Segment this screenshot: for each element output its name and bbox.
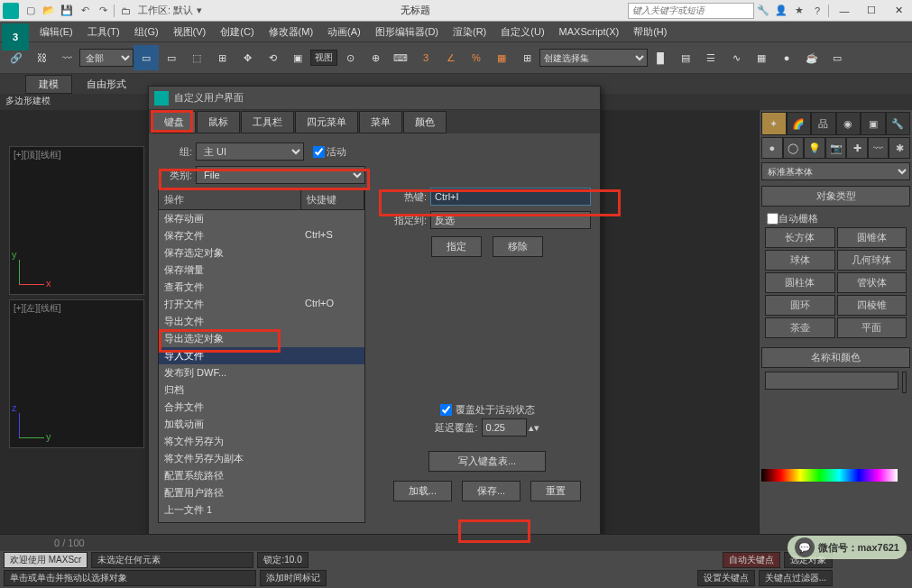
- tab-quads[interactable]: 四元菜单: [295, 111, 358, 133]
- category-dropdown[interactable]: File: [196, 166, 365, 184]
- rollout-name-color[interactable]: 名称和颜色: [761, 347, 910, 368]
- schematic-icon[interactable]: ▦: [749, 45, 774, 70]
- tab-menus[interactable]: 菜单: [359, 111, 402, 133]
- menu-tools[interactable]: 工具(T): [80, 22, 127, 41]
- select-icon[interactable]: ▭: [134, 45, 159, 70]
- menu-rendering[interactable]: 渲染(R): [446, 22, 493, 41]
- list-item[interactable]: 合并文件: [159, 399, 364, 416]
- list-item[interactable]: 发布到 DWF...: [159, 364, 364, 381]
- cmd-sub-helpers[interactable]: ✚: [846, 137, 868, 159]
- search-icon[interactable]: 🔧: [754, 3, 772, 19]
- btn-tube[interactable]: 管状体: [837, 272, 907, 293]
- menu-group[interactable]: 组(G): [127, 22, 166, 41]
- list-item[interactable]: 导出选定对象: [159, 330, 364, 347]
- hotkey-input[interactable]: [430, 188, 591, 206]
- btn-torus[interactable]: 圆环: [765, 295, 835, 316]
- cmd-sub-lights[interactable]: 💡: [804, 137, 825, 159]
- cmd-sub-spacewarps[interactable]: 〰: [868, 137, 889, 159]
- new-icon[interactable]: ▢: [22, 3, 40, 19]
- ref-coord[interactable]: 视图: [310, 50, 337, 66]
- setkey-button[interactable]: 设置关键点: [697, 570, 755, 586]
- object-name-input[interactable]: [765, 372, 898, 390]
- list-item[interactable]: 保存文件Ctrl+S: [159, 227, 364, 244]
- btn-plane[interactable]: 平面: [837, 317, 907, 338]
- save-icon[interactable]: 💾: [58, 3, 76, 19]
- rotate-icon[interactable]: ⟲: [260, 45, 285, 70]
- load-button[interactable]: 加载...: [393, 481, 452, 501]
- col-action[interactable]: 操作: [159, 190, 301, 209]
- list-item[interactable]: 归档: [159, 381, 364, 399]
- write-keyboard-button[interactable]: 写入键盘表...: [428, 451, 546, 472]
- tab-colors[interactable]: 颜色: [403, 111, 447, 133]
- remove-button[interactable]: 移除: [493, 236, 543, 257]
- btn-geosphere[interactable]: 几何球体: [837, 250, 907, 271]
- time-tag[interactable]: 添加时间标记: [260, 570, 327, 586]
- maximize-button[interactable]: ☐: [858, 0, 885, 22]
- list-item[interactable]: 保存动画: [159, 210, 364, 227]
- cmd-tab-motion[interactable]: ◉: [836, 112, 861, 135]
- menu-grapheditors[interactable]: 图形编辑器(D): [368, 22, 446, 41]
- delay-spinner[interactable]: [482, 418, 527, 436]
- menu-view[interactable]: 视图(V): [166, 22, 214, 41]
- app-icon[interactable]: [3, 3, 19, 19]
- cmd-sub-shapes[interactable]: ◯: [783, 137, 805, 159]
- list-item[interactable]: 保存选定对象: [159, 244, 364, 262]
- col-shortcut[interactable]: 快捷键: [301, 190, 364, 209]
- cmd-category-dropdown[interactable]: 标准基本体: [761, 162, 910, 180]
- cmd-sub-systems[interactable]: ✱: [889, 137, 910, 159]
- select-rect-icon[interactable]: ⬚: [184, 45, 209, 70]
- help-icon[interactable]: ?: [808, 3, 826, 19]
- select-name-icon[interactable]: ▭: [159, 45, 184, 70]
- signin-icon[interactable]: 👤: [772, 3, 790, 19]
- autokey-button[interactable]: 自动关键点: [723, 552, 780, 568]
- btn-cylinder[interactable]: 圆柱体: [765, 272, 835, 293]
- fav-icon[interactable]: ★: [790, 3, 808, 19]
- angle-snap-icon[interactable]: ∠: [438, 45, 464, 70]
- snap-toggle-icon[interactable]: 3: [413, 45, 438, 70]
- mirror-icon[interactable]: ▐▌: [648, 45, 673, 70]
- cmd-tab-hierarchy[interactable]: 品: [811, 112, 836, 135]
- link-icon[interactable]: 🔗: [4, 45, 29, 70]
- list-item[interactable]: 上一文件 1: [159, 501, 364, 519]
- render-frame-icon[interactable]: ▭: [824, 45, 850, 70]
- assign-button[interactable]: 指定: [431, 236, 482, 257]
- manip-icon[interactable]: ⊕: [363, 45, 388, 70]
- cmd-sub-cameras[interactable]: 📷: [825, 137, 847, 159]
- render-icon[interactable]: ☕: [799, 45, 824, 70]
- btn-sphere[interactable]: 球体: [765, 250, 835, 271]
- named-sel-icon[interactable]: ⊞: [514, 45, 539, 70]
- cmd-sub-geometry[interactable]: ●: [761, 137, 783, 159]
- btn-teapot[interactable]: 茶壶: [765, 317, 835, 338]
- btn-box[interactable]: 长方体: [765, 227, 835, 248]
- keyfilter-button[interactable]: 关键点过滤器...: [759, 570, 833, 586]
- btn-cone[interactable]: 圆锥体: [837, 227, 907, 248]
- redo-icon[interactable]: ↷: [94, 3, 112, 19]
- layer-icon[interactable]: ☰: [698, 45, 723, 70]
- percent-snap-icon[interactable]: %: [464, 45, 489, 70]
- list-item[interactable]: 打开文件Ctrl+O: [159, 296, 364, 313]
- minimize-button[interactable]: —: [831, 0, 858, 22]
- reset-button[interactable]: 重置: [530, 481, 581, 501]
- dialog-titlebar[interactable]: 自定义用户界面: [149, 87, 600, 110]
- list-item[interactable]: 查看文件: [159, 279, 364, 296]
- btn-pyramid[interactable]: 四棱锥: [837, 295, 907, 316]
- cmd-tab-display[interactable]: ▣: [861, 112, 886, 135]
- menu-help[interactable]: 帮助(H): [626, 22, 674, 41]
- undo-icon[interactable]: ↶: [76, 3, 94, 19]
- overwrite-checkbox[interactable]: [440, 404, 452, 416]
- list-item[interactable]: 上一文件 10: [159, 519, 364, 522]
- list-item[interactable]: 加载动画: [159, 416, 364, 433]
- window-crossing-icon[interactable]: ⊞: [209, 45, 235, 70]
- workspace-label[interactable]: 工作区: 默认: [134, 4, 197, 17]
- save-button[interactable]: 保存...: [462, 481, 520, 501]
- align-icon[interactable]: ▤: [673, 45, 698, 70]
- cmd-tab-modify[interactable]: 🌈: [787, 112, 812, 135]
- menu-create[interactable]: 创建(C): [213, 22, 261, 41]
- viewport-label-left[interactable]: [+][左][线框]: [14, 302, 61, 315]
- curve-editor-icon[interactable]: ∿: [723, 45, 749, 70]
- list-item[interactable]: 配置系统路径: [159, 467, 364, 484]
- named-selection-set[interactable]: 创建选择集: [539, 49, 648, 67]
- list-item[interactable]: 配置用户路径: [159, 484, 364, 501]
- list-item[interactable]: 导出文件: [159, 313, 364, 330]
- bind-icon[interactable]: 〰: [54, 45, 79, 70]
